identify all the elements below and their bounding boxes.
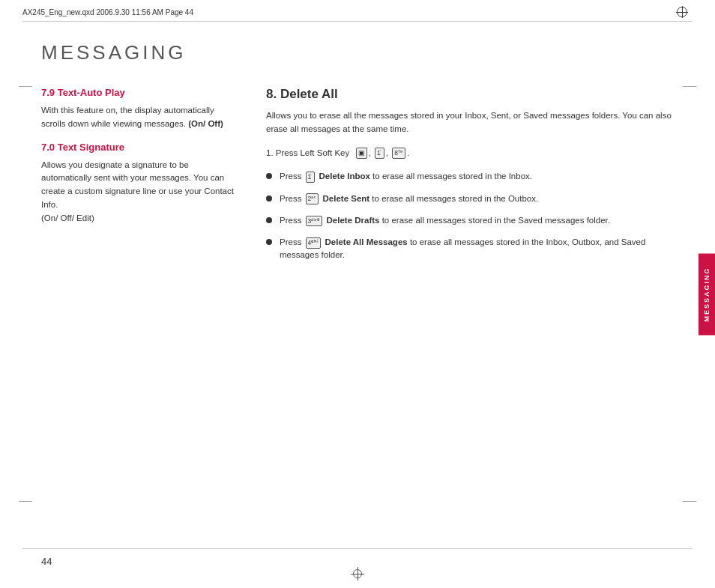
- section-79-heading: 7.9 Text-Auto Play: [41, 87, 236, 98]
- step-1: 1. Press Left Soft Key ▣, 1 ̇, 8ᵀᵉ.: [266, 147, 681, 160]
- key-8-icon: 8ᵀᵉ: [392, 148, 405, 159]
- reg-mark-left-top: [19, 86, 32, 87]
- bullet-dot-1: [266, 173, 272, 179]
- section-8-intro: Allows you to erase all the messages sto…: [266, 109, 681, 136]
- two-column-layout: 7.9 Text-Auto Play With this feature on,…: [41, 87, 681, 271]
- key-4-badge: 4ᵒʰⁱ: [306, 237, 322, 249]
- bottom-crosshair: [351, 567, 364, 581]
- section-79-body: With this feature on, the display automa…: [41, 104, 236, 131]
- reg-mark-right-top: [683, 86, 696, 87]
- bullet-text-3: Press 3ᵈᵉᶿ Delete Drafts to erase all me…: [280, 214, 681, 227]
- page-number: 44: [41, 556, 52, 567]
- side-tab-label: MESSAGING: [703, 267, 711, 321]
- content-area: MESSAGING 7.9 Text-Auto Play With this f…: [41, 41, 681, 539]
- bullet-item-3: Press 3ᵈᵉᶿ Delete Drafts to erase all me…: [266, 214, 681, 227]
- header-file-info: AX245_Eng_new.qxd 2006.9.30 11:56 AM Pag…: [22, 8, 672, 16]
- key-1-badge: 1 ̇: [306, 172, 316, 183]
- bullet-text-1: Press 1 ̇ Delete Inbox to erase all mess…: [280, 170, 681, 183]
- crosshair-symbol: [351, 567, 364, 581]
- bullet-item-4: Press 4ᵒʰⁱ Delete All Messages to erase …: [266, 236, 681, 262]
- bullet-item-2: Press 2ᵃᵗ Delete Sent to erase all messa…: [266, 193, 681, 205]
- right-column: 8. Delete All Allows you to erase all th…: [266, 87, 681, 271]
- reg-mark-left-bottom: [19, 501, 32, 502]
- bullet-dot-4: [266, 239, 272, 245]
- section-8-heading: 8. Delete All: [266, 87, 681, 102]
- key-3-badge: 3ᵈᵉᶿ: [306, 216, 323, 227]
- side-tab: MESSAGING: [699, 253, 715, 335]
- bullet-item-1: Press 1 ̇ Delete Inbox to erase all mess…: [266, 170, 681, 183]
- reg-mark-right-bottom: [683, 501, 696, 502]
- section-70-heading: 7.0 Text Signature: [41, 142, 236, 153]
- left-column: 7.9 Text-Auto Play With this feature on,…: [41, 87, 236, 271]
- page-container: AX245_Eng_new.qxd 2006.9.30 11:56 AM Pag…: [0, 0, 715, 588]
- section-70-body: Allows you designate a signature to be a…: [41, 159, 236, 225]
- crosshair-circle: [353, 569, 362, 578]
- bullet-dot-2: [266, 196, 272, 201]
- bottom-line: [22, 548, 693, 549]
- header-crosshair-icon: [676, 6, 688, 18]
- bullet-text-2: Press 2ᵃᵗ Delete Sent to erase all messa…: [280, 193, 681, 205]
- key-1-icon: 1 ̇: [375, 148, 384, 159]
- header-bar: AX245_Eng_new.qxd 2006.9.30 11:56 AM Pag…: [22, 6, 693, 22]
- page-title: MESSAGING: [41, 41, 681, 64]
- bullet-list: Press 1 ̇ Delete Inbox to erase all mess…: [266, 170, 681, 261]
- bullet-text-4: Press 4ᵒʰⁱ Delete All Messages to erase …: [280, 236, 681, 262]
- bullet-dot-3: [266, 217, 272, 223]
- key-soft-icon: ▣: [356, 148, 367, 159]
- key-2-badge: 2ᵃᵗ: [306, 193, 319, 204]
